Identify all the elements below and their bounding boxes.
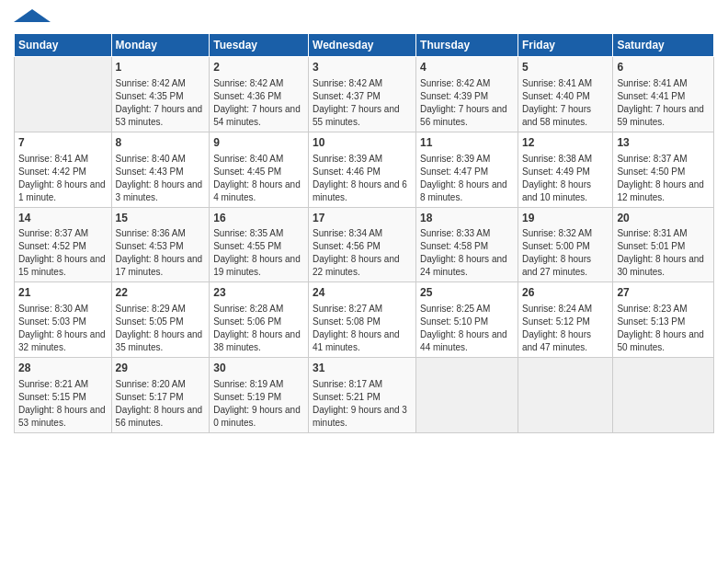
day-cell: 25Sunrise: 8:25 AMSunset: 5:10 PMDayligh… xyxy=(416,282,518,358)
day-info: Sunrise: 8:17 AMSunset: 5:21 PMDaylight:… xyxy=(313,378,412,430)
day-info: Sunrise: 8:24 AMSunset: 5:12 PMDaylight:… xyxy=(522,303,609,354)
day-cell: 19Sunrise: 8:32 AMSunset: 5:00 PMDayligh… xyxy=(518,207,612,282)
day-number: 27 xyxy=(617,285,710,301)
day-number: 9 xyxy=(213,135,304,151)
day-cell: 24Sunrise: 8:27 AMSunset: 5:08 PMDayligh… xyxy=(309,282,416,358)
day-number: 31 xyxy=(313,361,412,376)
day-cell: 21Sunrise: 8:30 AMSunset: 5:03 PMDayligh… xyxy=(15,282,112,358)
day-cell: 4Sunrise: 8:42 AMSunset: 4:39 PMDaylight… xyxy=(416,57,518,132)
day-cell xyxy=(613,358,714,433)
day-cell: 10Sunrise: 8:39 AMSunset: 4:46 PMDayligh… xyxy=(309,132,416,207)
day-cell: 2Sunrise: 8:42 AMSunset: 4:36 PMDaylight… xyxy=(210,57,309,132)
day-number: 3 xyxy=(313,60,412,75)
day-cell: 22Sunrise: 8:29 AMSunset: 5:05 PMDayligh… xyxy=(111,282,210,358)
day-info: Sunrise: 8:25 AMSunset: 5:10 PMDaylight:… xyxy=(420,303,514,354)
day-info: Sunrise: 8:42 AMSunset: 4:39 PMDaylight:… xyxy=(420,77,514,129)
week-row-2: 7Sunrise: 8:41 AMSunset: 4:42 PMDaylight… xyxy=(15,132,714,207)
day-info: Sunrise: 8:39 AMSunset: 4:46 PMDaylight:… xyxy=(313,153,412,204)
day-info: Sunrise: 8:33 AMSunset: 4:58 PMDaylight:… xyxy=(420,227,514,279)
day-info: Sunrise: 8:37 AMSunset: 4:50 PMDaylight:… xyxy=(617,153,710,204)
day-number: 30 xyxy=(213,361,304,376)
day-cell: 23Sunrise: 8:28 AMSunset: 5:06 PMDayligh… xyxy=(210,282,309,358)
header-cell-sunday: Sunday xyxy=(15,34,112,57)
day-cell: 3Sunrise: 8:42 AMSunset: 4:37 PMDaylight… xyxy=(309,57,416,132)
day-number: 13 xyxy=(617,135,710,151)
header-cell-wednesday: Wednesday xyxy=(309,34,416,57)
day-number: 6 xyxy=(617,60,710,75)
day-number: 26 xyxy=(522,285,609,301)
day-info: Sunrise: 8:32 AMSunset: 5:00 PMDaylight:… xyxy=(522,227,609,279)
day-cell xyxy=(15,57,112,132)
header-cell-friday: Friday xyxy=(518,34,612,57)
day-info: Sunrise: 8:42 AMSunset: 4:36 PMDaylight:… xyxy=(213,77,304,129)
day-number: 1 xyxy=(116,60,206,75)
day-cell: 20Sunrise: 8:31 AMSunset: 5:01 PMDayligh… xyxy=(613,207,714,282)
day-cell xyxy=(416,358,518,433)
day-info: Sunrise: 8:20 AMSunset: 5:17 PMDaylight:… xyxy=(116,378,206,430)
day-info: Sunrise: 8:23 AMSunset: 5:13 PMDaylight:… xyxy=(617,303,710,354)
day-cell: 8Sunrise: 8:40 AMSunset: 4:43 PMDaylight… xyxy=(111,132,210,207)
day-cell: 27Sunrise: 8:23 AMSunset: 5:13 PMDayligh… xyxy=(613,282,714,358)
day-info: Sunrise: 8:28 AMSunset: 5:06 PMDaylight:… xyxy=(213,303,304,354)
day-info: Sunrise: 8:41 AMSunset: 4:42 PMDaylight:… xyxy=(18,153,108,204)
day-cell: 28Sunrise: 8:21 AMSunset: 5:15 PMDayligh… xyxy=(15,358,112,433)
day-info: Sunrise: 8:41 AMSunset: 4:41 PMDaylight:… xyxy=(617,77,710,129)
logo xyxy=(14,9,60,26)
day-info: Sunrise: 8:37 AMSunset: 4:52 PMDaylight:… xyxy=(18,227,108,279)
day-cell: 17Sunrise: 8:34 AMSunset: 4:56 PMDayligh… xyxy=(309,207,416,282)
header-cell-saturday: Saturday xyxy=(613,34,714,57)
day-cell: 13Sunrise: 8:37 AMSunset: 4:50 PMDayligh… xyxy=(613,132,714,207)
day-number: 18 xyxy=(420,211,514,226)
week-row-1: 1Sunrise: 8:42 AMSunset: 4:35 PMDaylight… xyxy=(15,57,714,132)
day-number: 11 xyxy=(420,135,514,151)
day-number: 12 xyxy=(522,135,609,151)
day-info: Sunrise: 8:35 AMSunset: 4:55 PMDaylight:… xyxy=(213,227,304,279)
day-info: Sunrise: 8:41 AMSunset: 4:40 PMDaylight:… xyxy=(522,77,609,129)
day-number: 10 xyxy=(313,135,412,151)
day-number: 19 xyxy=(522,211,609,226)
day-info: Sunrise: 8:34 AMSunset: 4:56 PMDaylight:… xyxy=(313,227,412,279)
day-number: 28 xyxy=(18,361,108,376)
day-number: 16 xyxy=(213,211,304,226)
day-cell: 6Sunrise: 8:41 AMSunset: 4:41 PMDaylight… xyxy=(613,57,714,132)
day-info: Sunrise: 8:42 AMSunset: 4:35 PMDaylight:… xyxy=(116,77,206,129)
day-cell: 12Sunrise: 8:38 AMSunset: 4:49 PMDayligh… xyxy=(518,132,612,207)
header-row: SundayMondayTuesdayWednesdayThursdayFrid… xyxy=(15,34,714,57)
day-cell: 5Sunrise: 8:41 AMSunset: 4:40 PMDaylight… xyxy=(518,57,612,132)
day-number: 5 xyxy=(522,60,609,75)
day-info: Sunrise: 8:42 AMSunset: 4:37 PMDaylight:… xyxy=(313,77,412,129)
day-info: Sunrise: 8:29 AMSunset: 5:05 PMDaylight:… xyxy=(116,303,206,354)
header-cell-thursday: Thursday xyxy=(416,34,518,57)
day-cell: 9Sunrise: 8:40 AMSunset: 4:45 PMDaylight… xyxy=(210,132,309,207)
day-number: 8 xyxy=(116,135,206,151)
header xyxy=(14,9,714,26)
week-row-5: 28Sunrise: 8:21 AMSunset: 5:15 PMDayligh… xyxy=(15,358,714,433)
day-number: 21 xyxy=(18,285,108,301)
day-number: 15 xyxy=(116,211,206,226)
day-cell: 18Sunrise: 8:33 AMSunset: 4:58 PMDayligh… xyxy=(416,207,518,282)
day-number: 24 xyxy=(313,285,412,301)
day-cell: 14Sunrise: 8:37 AMSunset: 4:52 PMDayligh… xyxy=(15,207,112,282)
header-cell-monday: Monday xyxy=(111,34,210,57)
day-cell: 31Sunrise: 8:17 AMSunset: 5:21 PMDayligh… xyxy=(309,358,416,433)
day-cell: 1Sunrise: 8:42 AMSunset: 4:35 PMDaylight… xyxy=(111,57,210,132)
day-info: Sunrise: 8:38 AMSunset: 4:49 PMDaylight:… xyxy=(522,153,609,204)
day-cell: 26Sunrise: 8:24 AMSunset: 5:12 PMDayligh… xyxy=(518,282,612,358)
day-info: Sunrise: 8:36 AMSunset: 4:53 PMDaylight:… xyxy=(116,227,206,279)
day-number: 2 xyxy=(213,60,304,75)
day-number: 29 xyxy=(116,361,206,376)
day-info: Sunrise: 8:40 AMSunset: 4:43 PMDaylight:… xyxy=(116,153,206,204)
calendar-container: SundayMondayTuesdayWednesdayThursdayFrid… xyxy=(0,0,728,442)
day-number: 23 xyxy=(213,285,304,301)
week-row-4: 21Sunrise: 8:30 AMSunset: 5:03 PMDayligh… xyxy=(15,282,714,358)
day-info: Sunrise: 8:21 AMSunset: 5:15 PMDaylight:… xyxy=(18,378,108,430)
day-info: Sunrise: 8:27 AMSunset: 5:08 PMDaylight:… xyxy=(313,303,412,354)
day-number: 17 xyxy=(313,211,412,226)
day-info: Sunrise: 8:39 AMSunset: 4:47 PMDaylight:… xyxy=(420,153,514,204)
day-number: 4 xyxy=(420,60,514,75)
day-info: Sunrise: 8:30 AMSunset: 5:03 PMDaylight:… xyxy=(18,303,108,354)
day-info: Sunrise: 8:19 AMSunset: 5:19 PMDaylight:… xyxy=(213,378,304,430)
day-cell xyxy=(518,358,612,433)
day-number: 20 xyxy=(617,211,710,226)
week-row-3: 14Sunrise: 8:37 AMSunset: 4:52 PMDayligh… xyxy=(15,207,714,282)
